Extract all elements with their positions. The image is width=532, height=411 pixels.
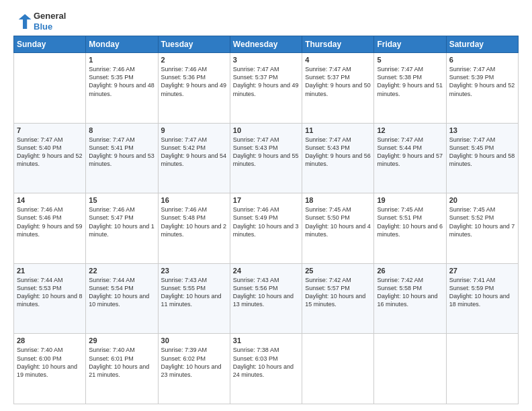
cell-info: Sunrise: 7:47 AM Sunset: 5:41 PM Dayligh… (89, 136, 154, 169)
day-number: 15 (89, 196, 154, 204)
logo-icon (13, 12, 32, 31)
day-number: 4 (305, 56, 371, 64)
calendar-cell: 30Sunrise: 7:39 AM Sunset: 6:02 PM Dayli… (158, 334, 230, 404)
cell-info: Sunrise: 7:46 AM Sunset: 5:48 PM Dayligh… (161, 205, 227, 238)
cell-info: Sunrise: 7:43 AM Sunset: 5:55 PM Dayligh… (161, 276, 227, 309)
day-number: 1 (89, 56, 154, 64)
calendar-cell: 3Sunrise: 7:47 AM Sunset: 5:37 PM Daylig… (230, 53, 302, 124)
day-number: 3 (233, 56, 299, 64)
week-row-2: 7Sunrise: 7:47 AM Sunset: 5:40 PM Daylig… (14, 123, 519, 193)
cell-info: Sunrise: 7:47 AM Sunset: 5:42 PM Dayligh… (161, 136, 227, 169)
calendar-cell (374, 334, 446, 404)
cell-info: Sunrise: 7:44 AM Sunset: 5:53 PM Dayligh… (17, 276, 83, 309)
day-header-saturday: Saturday (446, 36, 518, 53)
calendar-cell: 8Sunrise: 7:47 AM Sunset: 5:41 PM Daylig… (86, 123, 158, 193)
calendar-cell: 31Sunrise: 7:38 AM Sunset: 6:03 PM Dayli… (230, 334, 302, 404)
day-number: 22 (89, 267, 154, 275)
header: General Blue (13, 11, 519, 32)
calendar-cell (302, 334, 374, 404)
cell-info: Sunrise: 7:47 AM Sunset: 5:37 PM Dayligh… (233, 65, 299, 98)
day-number: 25 (305, 267, 371, 275)
calendar-cell: 25Sunrise: 7:42 AM Sunset: 5:57 PM Dayli… (302, 263, 374, 334)
cell-info: Sunrise: 7:39 AM Sunset: 6:02 PM Dayligh… (161, 346, 227, 379)
week-row-1: 1Sunrise: 7:46 AM Sunset: 5:35 PM Daylig… (14, 53, 519, 124)
cell-info: Sunrise: 7:40 AM Sunset: 6:00 PM Dayligh… (17, 346, 83, 379)
day-header-wednesday: Wednesday (230, 36, 302, 53)
calendar-cell: 4Sunrise: 7:47 AM Sunset: 5:37 PM Daylig… (302, 53, 374, 124)
day-number: 9 (161, 126, 227, 134)
logo-text: General Blue (34, 11, 66, 32)
day-number: 5 (377, 56, 443, 64)
week-row-3: 14Sunrise: 7:46 AM Sunset: 5:46 PM Dayli… (14, 193, 519, 264)
day-number: 24 (233, 267, 299, 275)
calendar-cell: 29Sunrise: 7:40 AM Sunset: 6:01 PM Dayli… (86, 334, 158, 404)
cell-info: Sunrise: 7:45 AM Sunset: 5:52 PM Dayligh… (449, 205, 515, 238)
calendar-cell: 7Sunrise: 7:47 AM Sunset: 5:40 PM Daylig… (14, 123, 86, 193)
page: General Blue SundayMondayTuesdayWednesda… (0, 0, 532, 411)
calendar-cell: 16Sunrise: 7:46 AM Sunset: 5:48 PM Dayli… (158, 193, 230, 264)
cell-info: Sunrise: 7:46 AM Sunset: 5:36 PM Dayligh… (161, 65, 227, 98)
cell-info: Sunrise: 7:44 AM Sunset: 5:54 PM Dayligh… (89, 276, 154, 309)
day-number: 29 (89, 336, 154, 345)
cell-info: Sunrise: 7:47 AM Sunset: 5:44 PM Dayligh… (377, 136, 443, 169)
cell-info: Sunrise: 7:46 AM Sunset: 5:35 PM Dayligh… (89, 65, 154, 98)
day-header-thursday: Thursday (302, 36, 374, 53)
day-number: 30 (161, 336, 227, 345)
calendar-cell: 26Sunrise: 7:42 AM Sunset: 5:58 PM Dayli… (374, 263, 446, 334)
day-number: 21 (17, 267, 83, 275)
day-number: 26 (377, 267, 443, 275)
logo: General Blue (13, 11, 66, 32)
cell-info: Sunrise: 7:47 AM Sunset: 5:43 PM Dayligh… (233, 136, 299, 169)
day-number: 6 (449, 56, 515, 64)
calendar-cell: 18Sunrise: 7:45 AM Sunset: 5:50 PM Dayli… (302, 193, 374, 264)
cell-info: Sunrise: 7:40 AM Sunset: 6:01 PM Dayligh… (89, 346, 154, 379)
cell-info: Sunrise: 7:45 AM Sunset: 5:50 PM Dayligh… (305, 205, 371, 238)
day-header-friday: Friday (374, 36, 446, 53)
calendar-cell: 13Sunrise: 7:47 AM Sunset: 5:45 PM Dayli… (446, 123, 518, 193)
calendar-cell: 21Sunrise: 7:44 AM Sunset: 5:53 PM Dayli… (14, 263, 86, 334)
day-number: 14 (17, 196, 83, 204)
day-header-sunday: Sunday (14, 36, 86, 53)
calendar-cell: 2Sunrise: 7:46 AM Sunset: 5:36 PM Daylig… (158, 53, 230, 124)
day-number: 16 (161, 196, 227, 204)
calendar-table: SundayMondayTuesdayWednesdayThursdayFrid… (13, 36, 519, 404)
cell-info: Sunrise: 7:43 AM Sunset: 5:56 PM Dayligh… (233, 276, 299, 309)
calendar-cell: 14Sunrise: 7:46 AM Sunset: 5:46 PM Dayli… (14, 193, 86, 264)
svg-marker-0 (19, 14, 32, 29)
cell-info: Sunrise: 7:46 AM Sunset: 5:46 PM Dayligh… (17, 205, 83, 238)
day-header-monday: Monday (86, 36, 158, 53)
cell-info: Sunrise: 7:41 AM Sunset: 5:59 PM Dayligh… (449, 276, 515, 309)
day-number: 10 (233, 126, 299, 134)
calendar-cell: 11Sunrise: 7:47 AM Sunset: 5:43 PM Dayli… (302, 123, 374, 193)
cell-info: Sunrise: 7:42 AM Sunset: 5:58 PM Dayligh… (377, 276, 443, 309)
day-number: 7 (17, 126, 83, 134)
cell-info: Sunrise: 7:42 AM Sunset: 5:57 PM Dayligh… (305, 276, 371, 309)
day-header-tuesday: Tuesday (158, 36, 230, 53)
cell-info: Sunrise: 7:45 AM Sunset: 5:51 PM Dayligh… (377, 205, 443, 238)
day-number: 17 (233, 196, 299, 204)
calendar-cell: 6Sunrise: 7:47 AM Sunset: 5:39 PM Daylig… (446, 53, 518, 124)
cell-info: Sunrise: 7:47 AM Sunset: 5:38 PM Dayligh… (377, 65, 443, 98)
week-row-5: 28Sunrise: 7:40 AM Sunset: 6:00 PM Dayli… (14, 334, 519, 404)
header-row: SundayMondayTuesdayWednesdayThursdayFrid… (14, 36, 519, 53)
day-number: 11 (305, 126, 371, 134)
calendar-cell: 10Sunrise: 7:47 AM Sunset: 5:43 PM Dayli… (230, 123, 302, 193)
calendar-cell: 19Sunrise: 7:45 AM Sunset: 5:51 PM Dayli… (374, 193, 446, 264)
day-number: 31 (233, 336, 299, 345)
calendar-cell: 1Sunrise: 7:46 AM Sunset: 5:35 PM Daylig… (86, 53, 158, 124)
calendar-cell: 22Sunrise: 7:44 AM Sunset: 5:54 PM Dayli… (86, 263, 158, 334)
calendar-cell: 27Sunrise: 7:41 AM Sunset: 5:59 PM Dayli… (446, 263, 518, 334)
calendar-cell: 17Sunrise: 7:46 AM Sunset: 5:49 PM Dayli… (230, 193, 302, 264)
day-number: 27 (449, 267, 515, 275)
cell-info: Sunrise: 7:47 AM Sunset: 5:39 PM Dayligh… (449, 65, 515, 98)
calendar-cell: 15Sunrise: 7:46 AM Sunset: 5:47 PM Dayli… (86, 193, 158, 264)
day-number: 13 (449, 126, 515, 134)
day-number: 20 (449, 196, 515, 204)
cell-info: Sunrise: 7:46 AM Sunset: 5:49 PM Dayligh… (233, 205, 299, 238)
day-number: 8 (89, 126, 154, 134)
cell-info: Sunrise: 7:47 AM Sunset: 5:40 PM Dayligh… (17, 136, 83, 169)
calendar-cell: 20Sunrise: 7:45 AM Sunset: 5:52 PM Dayli… (446, 193, 518, 264)
calendar-cell (14, 53, 86, 124)
calendar-cell: 23Sunrise: 7:43 AM Sunset: 5:55 PM Dayli… (158, 263, 230, 334)
cell-info: Sunrise: 7:47 AM Sunset: 5:43 PM Dayligh… (305, 136, 371, 169)
